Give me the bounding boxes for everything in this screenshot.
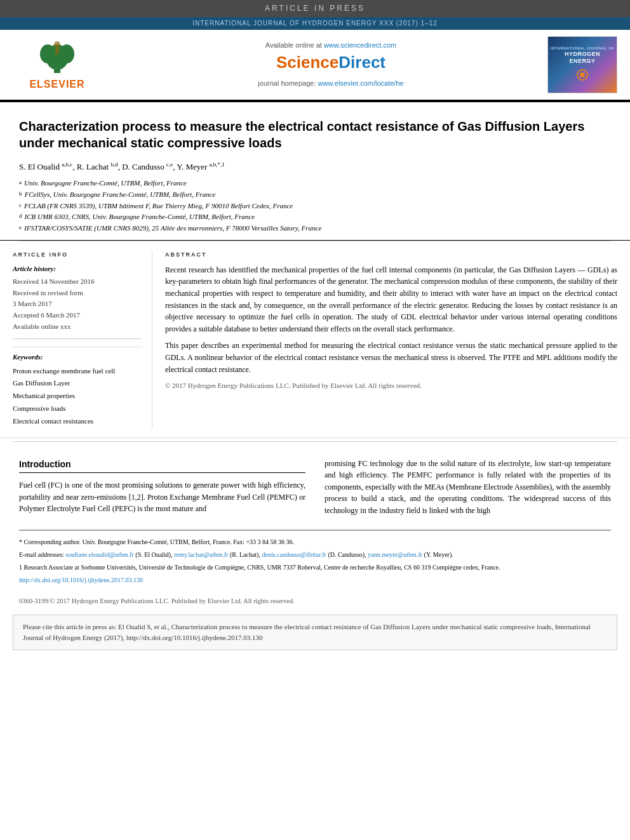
footnote-section: * Corresponding author. Univ. Bourgogne … (19, 530, 611, 594)
keyword-3: Mechanical properties (13, 390, 142, 403)
doi-anchor[interactable]: http://dx.doi.org/10.1016/j.ijhydene.201… (19, 577, 143, 583)
intro-left-text: Fuel cell (FC) is one of the most promis… (19, 479, 305, 515)
abstract-para-2: This paper describes an experimental met… (165, 340, 617, 375)
corresponding-author-note: * Corresponding author. Univ. Bourgogne … (19, 537, 611, 547)
affil-e: e IFSTTAR/COSYS/SATIE (UMR CNRS 8029), 2… (19, 223, 611, 234)
top-header: ELSEVIER Available online at www.science… (0, 30, 630, 101)
citation-box: Please cite this article in press as: El… (13, 615, 617, 650)
revised-form-label: Received in revised form (13, 288, 142, 299)
accepted-date: Accepted 6 March 2017 (13, 310, 142, 321)
doi-link: http://dx.doi.org/10.1016/j.ijhydene.201… (19, 575, 611, 585)
journal-header-bar: International Journal of Hydrogen Energy… (0, 17, 630, 30)
available-online: Available online xxx (13, 321, 142, 333)
intro-left-col: Introduction Fuel cell (FC) is one of th… (19, 458, 305, 517)
affil-a: a Univ. Bourgogne Franche-Comté, UTBM, B… (19, 178, 611, 189)
revised-date: 3 March 2017 (13, 298, 142, 310)
elsevier-logo-area: ELSEVIER (13, 36, 114, 93)
svg-point-2 (40, 44, 55, 63)
affiliations: a Univ. Bourgogne Franche-Comté, UTBM, B… (19, 178, 611, 234)
received-date: Received 14 November 2016 (13, 276, 142, 288)
sciencedirect-url-link[interactable]: www.sciencedirect.com (324, 41, 396, 49)
author-2: R. Lachat b,d (77, 162, 118, 171)
introduction-section: Introduction Fuel cell (FC) is one of th… (0, 445, 630, 523)
introduction-heading: Introduction (19, 458, 305, 474)
svg-point-4 (54, 41, 60, 48)
keyword-5: Electrical contact resistances (13, 415, 142, 428)
header-center: Available online at www.sciencedirect.co… (114, 41, 547, 88)
svg-rect-5 (55, 47, 59, 55)
keyword-2: Gas Diffusion Layer (13, 377, 142, 390)
intro-right-text: promising FC technology due to the solid… (325, 458, 611, 517)
author-2-sup: b,d (111, 161, 117, 168)
article-main-title: Characterization process to measure the … (19, 118, 611, 151)
abstract-text: Recent research has identified the mecha… (165, 264, 617, 391)
article-info-col: Article Info Article history: Received 1… (13, 251, 152, 427)
sciencedirect-logo: ScienceDirect (114, 51, 547, 74)
abstract-para-1: Recent research has identified the mecha… (165, 264, 617, 335)
author-4-sup: a,b,*,1 (210, 161, 225, 168)
email-link-4[interactable]: yann.meyer@utbm.fr (368, 551, 422, 558)
keywords-title: Keywords: (13, 352, 142, 362)
intro-right-col: promising FC technology due to the solid… (325, 458, 611, 517)
author-4: Y. Meyer a,b,*,1 (177, 162, 225, 171)
author-3: D. Candusso c,e (122, 162, 173, 171)
article-history-group: Article history: Received 14 November 20… (13, 264, 142, 332)
elsevier-text: ELSEVIER (29, 77, 84, 91)
keywords-list: Proton exchange membrane fuel cell Gas D… (13, 365, 142, 428)
svg-point-7 (580, 72, 585, 77)
article-info-abstract-section: Article Info Article history: Received 1… (0, 241, 630, 437)
email-addresses-note: E-mail addresses: soufiane.eloualid@utbm… (19, 550, 611, 560)
journal-homepage-link[interactable]: www.elsevier.com/locate/he (318, 79, 404, 87)
article-title-section: Characterization process to measure the … (0, 105, 630, 241)
affil-d: d ICB UMR 6303, CNRS, Univ. Bourgogne Fr… (19, 211, 611, 223)
available-online-text: Available online at www.sciencedirect.co… (114, 41, 547, 50)
email-link-3[interactable]: denis.candusso@ifsttar.fr (262, 551, 326, 558)
keyword-1: Proton exchange membrane fuel cell (13, 365, 142, 378)
introduction-body: Introduction Fuel cell (FC) is one of th… (19, 458, 611, 517)
journal-cover-image: International Journal of HYDROGENENERGY (547, 36, 617, 93)
author-3-sup: c,e (166, 161, 173, 168)
email-link-1[interactable]: soufiane.eloualid@utbm.fr (65, 551, 134, 558)
author-1: S. El Oualid a,b,c (19, 162, 72, 171)
abstract-label: Abstract (165, 251, 617, 259)
abstract-copyright: © 2017 Hydrogen Energy Publications LLC.… (165, 380, 617, 391)
author-1-sup: a,b,c (62, 161, 72, 168)
elsevier-tree-icon (35, 38, 79, 76)
affil-b: b FCellSys, Univ. Bourgogne Franche-Comt… (19, 189, 611, 201)
authors-section: S. El Oualid a,b,c, R. Lachat b,d, D. Ca… (19, 161, 611, 173)
svg-point-3 (59, 44, 74, 63)
article-history-title: Article history: (13, 264, 142, 274)
issn-line: 0360-3199/© 2017 Hydrogen Energy Publica… (0, 594, 630, 609)
article-info-label: Article Info (13, 251, 142, 259)
affil-c: c FCLAB (FR CNRS 3539), UTBM bâtiment F,… (19, 201, 611, 212)
keywords-group: Keywords: Proton exchange membrane fuel … (13, 347, 142, 427)
email-link-2[interactable]: remy.lachat@utbm.fr (174, 551, 228, 558)
journal-homepage: journal homepage: www.elsevier.com/locat… (114, 79, 547, 88)
article-in-press-banner: Article in Press (0, 0, 630, 17)
footnote-1: 1 Research Associate at Sorbonne Univers… (19, 563, 611, 573)
keyword-4: Compressive loads (13, 403, 142, 415)
abstract-col: Abstract Recent research has identified … (165, 251, 617, 427)
